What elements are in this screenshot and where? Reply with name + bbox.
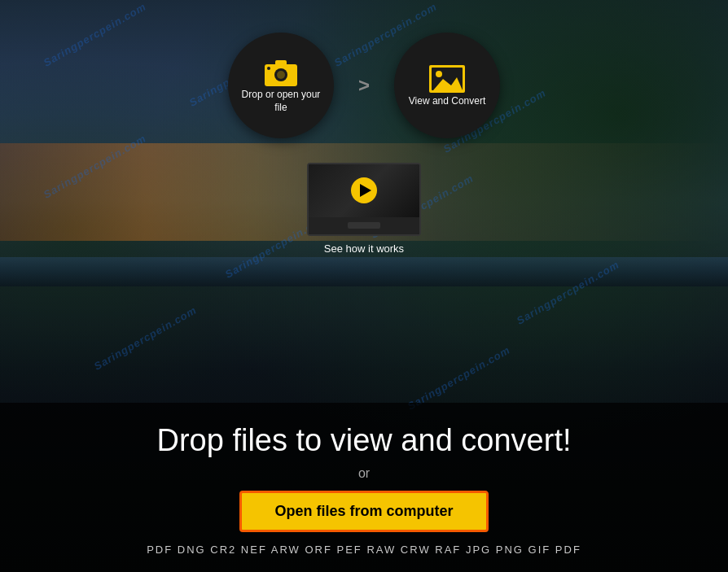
watermark: Saringpercpein.com xyxy=(92,303,199,372)
svg-point-2 xyxy=(277,71,285,79)
play-triangle xyxy=(360,184,371,197)
video-screen xyxy=(309,164,419,217)
main-content: Drop or open your file > View and Conver… xyxy=(0,0,728,271)
camera-icon xyxy=(261,56,301,89)
play-button-icon[interactable] xyxy=(351,177,377,203)
video-section[interactable]: See how it works xyxy=(307,163,421,255)
video-label: See how it works xyxy=(324,242,404,255)
background: Saringpercpein.com Saringpercpein.com Sa… xyxy=(0,0,728,572)
arrow-icon: > xyxy=(358,74,370,97)
open-files-button[interactable]: Open files from computer xyxy=(239,491,488,532)
monitor-base xyxy=(348,222,380,229)
drop-zone: Drop files to view and convert! or Open … xyxy=(0,403,728,572)
watermark: Saringpercpein.com xyxy=(406,343,512,412)
step1-label: Drop or open your file xyxy=(228,89,334,114)
svg-point-4 xyxy=(267,67,270,70)
svg-rect-3 xyxy=(275,60,287,66)
formats-list: PDF DNG CR2 NEF ARW ORF PEF RAW CRW RAF … xyxy=(147,544,581,556)
monitor-stand xyxy=(309,217,419,235)
drop-title: Drop files to view and convert! xyxy=(156,423,571,458)
or-text: or xyxy=(358,466,370,481)
image-icon xyxy=(427,63,467,95)
video-thumbnail[interactable] xyxy=(307,163,421,236)
step2-view-convert[interactable]: View and Convert xyxy=(394,33,500,138)
steps-row: Drop or open your file > View and Conver… xyxy=(228,33,500,138)
step2-label: View and Convert xyxy=(401,95,494,108)
step1-drop-open[interactable]: Drop or open your file xyxy=(228,33,334,138)
svg-point-7 xyxy=(436,71,442,77)
